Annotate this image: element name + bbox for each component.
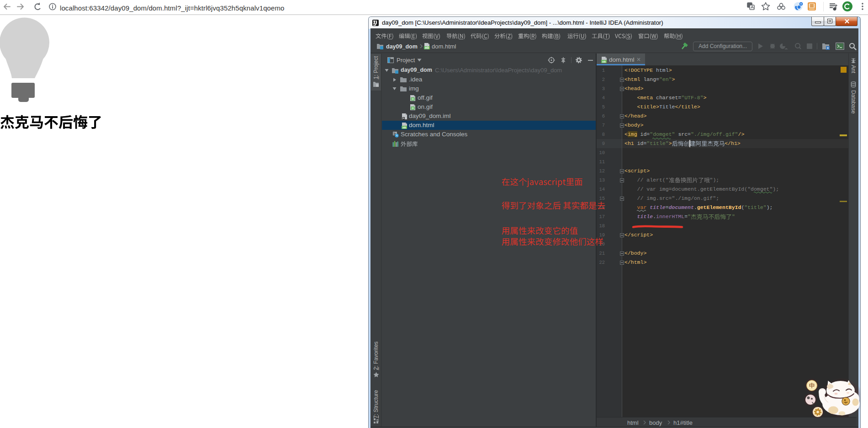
- svg-text:H5: H5: [602, 60, 606, 63]
- svg-text:H5: H5: [402, 126, 406, 128]
- svg-text:H5: H5: [425, 46, 429, 49]
